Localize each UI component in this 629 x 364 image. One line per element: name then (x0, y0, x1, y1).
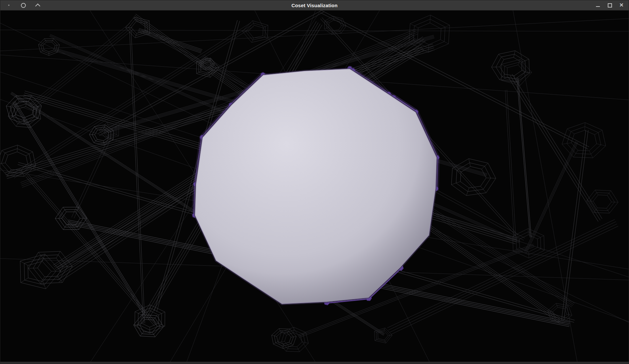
coset-polytope (165, 42, 461, 350)
close-icon: ✕ (619, 3, 623, 8)
maximize-button[interactable] (606, 1, 614, 9)
window-title: Coset Visualization (0, 3, 629, 8)
window-bottom-edge (0, 362, 629, 364)
app-dot-icon (8, 5, 9, 6)
titlebar-left-icons (0, 1, 42, 9)
close-button[interactable]: ✕ (618, 1, 625, 9)
minimize-button[interactable] (594, 1, 602, 9)
maximize-icon (608, 3, 612, 8)
viewport-canvas[interactable] (0, 10, 629, 362)
record-circle-icon (21, 3, 26, 8)
window-controls: ✕ (594, 1, 629, 9)
chevron-up-icon (35, 4, 40, 9)
expand-button[interactable] (34, 1, 42, 9)
record-circle-button[interactable] (19, 1, 27, 9)
minimize-icon (596, 6, 600, 7)
viewport (0, 10, 629, 362)
app-window: Coset Visualization ✕ (0, 0, 629, 364)
titlebar[interactable]: Coset Visualization ✕ (0, 0, 629, 10)
app-menu-button[interactable] (5, 1, 13, 9)
